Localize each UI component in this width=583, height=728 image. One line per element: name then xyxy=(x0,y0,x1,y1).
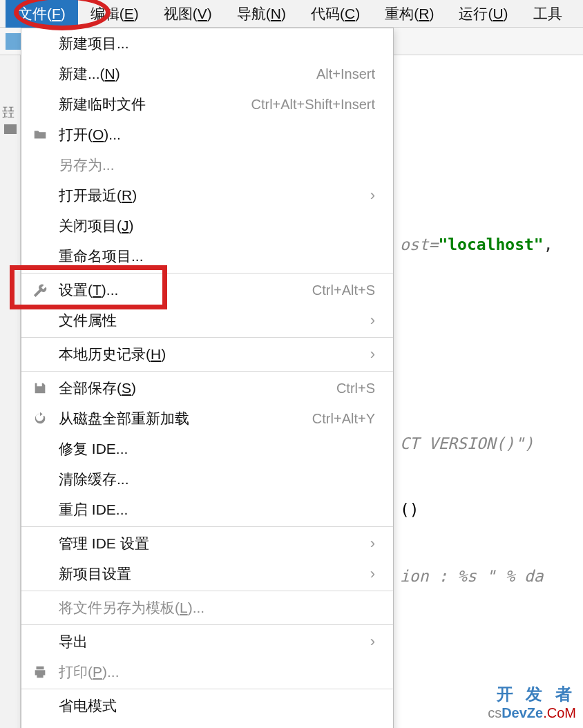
menu-separator xyxy=(21,337,393,338)
menu-item[interactable]: 打开最近(R)› xyxy=(21,180,393,211)
menu-item-label: 将文件另存为模板(L)... xyxy=(59,598,375,617)
shortcut-label: Ctrl+S xyxy=(336,381,375,396)
main-menubar: 文件(F)编辑(E)视图(V)导航(N)代码(C)重构(R)运行(U)工具 xyxy=(0,0,583,28)
reload-icon xyxy=(31,410,49,428)
menu-item[interactable]: 管理 IDE 设置› xyxy=(21,528,393,559)
toolbar-window-icon[interactable] xyxy=(6,33,22,50)
menu-item[interactable]: 新建项目... xyxy=(21,28,393,59)
watermark: 开 发 者 csDevZe.CoM xyxy=(488,683,576,721)
menu-item-label: 管理 IDE 设置 xyxy=(59,534,365,553)
menu-item[interactable]: 退出(X) xyxy=(21,721,393,728)
shortcut-label: Ctrl+Alt+Y xyxy=(312,411,375,427)
menu-item-label: 关闭项目(J) xyxy=(59,216,375,236)
menu-item-label: 重命名项目... xyxy=(59,247,375,266)
menu-R[interactable]: 重构(R) xyxy=(372,0,446,28)
menu-item-label: 导出 xyxy=(59,632,365,651)
menu-item: 另存为... xyxy=(21,150,393,180)
wrench-icon xyxy=(31,281,49,299)
menu-N[interactable]: 导航(N) xyxy=(224,0,298,28)
menu-item[interactable]: 重启 IDE... xyxy=(21,495,393,525)
save-icon xyxy=(31,379,49,397)
menu-separator xyxy=(21,526,393,527)
menu-item: 将文件另存为模板(L)... xyxy=(21,593,393,623)
menu-separator xyxy=(21,371,393,372)
menu-separator xyxy=(21,273,393,274)
menu-item[interactable]: 从磁盘全部重新加载Ctrl+Alt+Y xyxy=(21,403,393,434)
menu-item[interactable]: 导出› xyxy=(21,626,393,657)
menu-item[interactable]: 新建临时文件Ctrl+Alt+Shift+Insert xyxy=(21,89,393,119)
chevron-right-icon: › xyxy=(370,633,375,651)
chevron-right-icon: › xyxy=(370,345,375,363)
menu-item-label: 新建...(N) xyxy=(59,64,316,84)
menu-item[interactable]: 新建...(N)Alt+Insert xyxy=(21,59,393,89)
menu-item-label: 本地历史记录(H) xyxy=(59,345,365,364)
menu-item-label: 省电模式 xyxy=(59,696,375,716)
menu-item[interactable]: 省电模式 xyxy=(21,691,393,721)
left-tool-gutter: 㠭 xyxy=(0,55,21,728)
menu-item[interactable]: 设置(T)...Ctrl+Alt+S xyxy=(21,275,393,305)
code-line: () xyxy=(397,495,583,525)
menu-item-label: 清除缓存... xyxy=(59,470,375,489)
chevron-right-icon: › xyxy=(370,535,375,553)
menu-7[interactable]: 工具 xyxy=(521,0,575,28)
menu-C[interactable]: 代码(C) xyxy=(298,0,372,28)
menu-item-label: 新建临时文件 xyxy=(59,95,251,114)
menu-V[interactable]: 视图(V) xyxy=(151,0,224,28)
menu-item[interactable]: 修复 IDE... xyxy=(21,434,393,464)
print-icon xyxy=(31,663,49,681)
menu-item[interactable]: 本地历史记录(H)› xyxy=(21,339,393,370)
file-menu-dropdown: 新建项目...新建...(N)Alt+Insert新建临时文件Ctrl+Alt+… xyxy=(21,28,394,728)
shortcut-label: Ctrl+Alt+S xyxy=(312,282,375,298)
folder-icon xyxy=(31,126,49,144)
menu-item-label: 重启 IDE... xyxy=(59,500,375,519)
menu-F[interactable]: 文件(F) xyxy=(6,0,78,28)
menu-item[interactable]: 重命名项目... xyxy=(21,241,393,271)
menu-U[interactable]: 运行(U) xyxy=(446,0,520,28)
menu-E[interactable]: 编辑(E) xyxy=(78,0,151,28)
menu-item[interactable]: 文件属性› xyxy=(21,305,393,336)
menu-item-label: 打印(P)... xyxy=(59,662,375,682)
menu-item-label: 另存为... xyxy=(59,155,375,175)
shortcut-label: Alt+Insert xyxy=(316,66,375,82)
menu-item-label: 文件属性 xyxy=(59,311,365,330)
menu-item[interactable]: 新项目设置› xyxy=(21,559,393,589)
menu-item-label: 新建项目... xyxy=(59,34,375,53)
shortcut-label: Ctrl+Alt+Shift+Insert xyxy=(251,97,375,113)
menu-separator xyxy=(21,591,393,591)
chevron-right-icon: › xyxy=(370,312,375,329)
code-line: ion : %s " % da xyxy=(397,561,583,591)
chevron-right-icon: › xyxy=(370,186,375,204)
gutter-folder-icon[interactable] xyxy=(4,124,17,134)
menu-item-label: 修复 IDE... xyxy=(59,439,375,459)
menu-item[interactable]: 打开(O)... xyxy=(21,119,393,150)
code-line: CT VERSION()") xyxy=(397,428,583,459)
menu-item-label: 打开(O)... xyxy=(59,125,375,144)
menu-item-label: 从磁盘全部重新加载 xyxy=(59,409,312,428)
menu-item: 打印(P)... xyxy=(21,657,393,687)
menu-item-label: 打开最近(R) xyxy=(59,186,365,205)
chevron-right-icon: › xyxy=(370,565,375,583)
menu-item-label: 全部保存(S) xyxy=(59,379,336,398)
menu-separator xyxy=(21,624,393,625)
menu-item[interactable]: 清除缓存... xyxy=(21,464,393,495)
code-line: ost="localhost", xyxy=(397,229,583,260)
menu-item-label: 新项目设置 xyxy=(59,564,365,584)
menu-item-label: 设置(T)... xyxy=(59,280,312,300)
menu-separator xyxy=(21,689,393,689)
menu-item[interactable]: 关闭项目(J) xyxy=(21,211,393,241)
code-editor-background: ost="localhost", CT VERSION()") () ion :… xyxy=(397,55,583,728)
menu-item[interactable]: 全部保存(S)Ctrl+S xyxy=(21,373,393,403)
